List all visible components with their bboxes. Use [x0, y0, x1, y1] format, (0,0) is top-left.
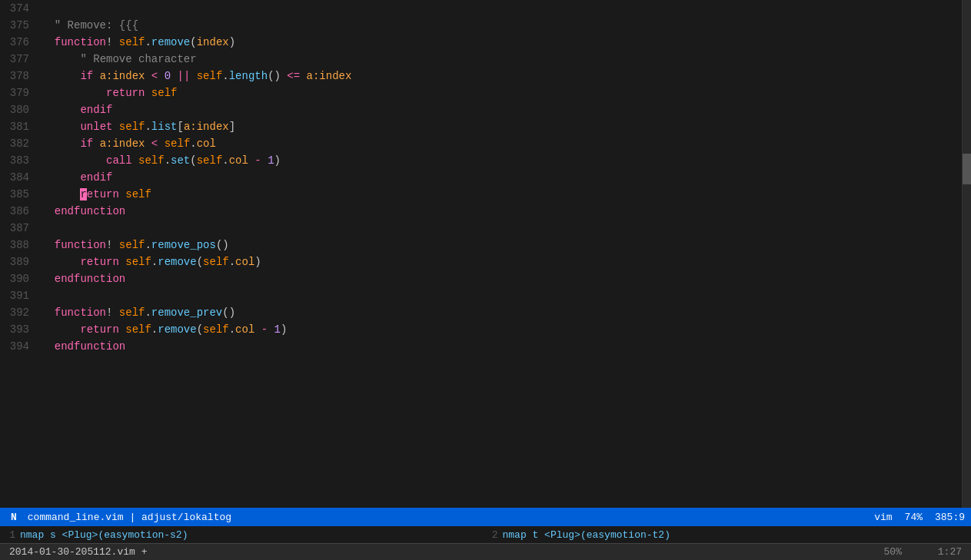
token: 1 [274, 323, 281, 336]
token: return [80, 256, 118, 268]
token: a:index [307, 70, 352, 82]
token [42, 171, 80, 184]
line-content: function! self.remove_prev() [38, 304, 962, 321]
token [42, 36, 55, 48]
cmd-content: nmap s <Plug>(easymotion-s2) [20, 529, 188, 541]
token: col [229, 154, 248, 167]
line-content: " Remove: {{{ [38, 17, 962, 34]
token: . [151, 256, 158, 268]
token: remove [158, 323, 196, 336]
token [42, 138, 80, 150]
scrollbar[interactable] [962, 0, 971, 508]
token: . [190, 138, 196, 150]
command-area: 1nmap s <Plug>(easymotion-s2)2nmap t <Pl… [0, 526, 971, 543]
token: length [229, 70, 268, 82]
token: self [197, 70, 223, 82]
token: a:index [100, 70, 145, 82]
token: list [151, 121, 178, 133]
token [42, 205, 55, 217]
line-content: return self.remove(self.col - 1) [38, 321, 962, 338]
code-line: 383 call self.set(self.col - 1) [0, 152, 962, 169]
line-number: 383 [0, 152, 38, 169]
line-number: 378 [0, 68, 38, 84]
line-number: 389 [0, 253, 38, 270]
token: ( [197, 256, 203, 268]
token: function [55, 36, 106, 48]
code-line: 393 return self.remove(self.col - 1) [0, 321, 962, 338]
line-number: 394 [0, 338, 38, 355]
token: a:index [100, 138, 145, 150]
line-content: endif [38, 101, 962, 118]
token: endif [80, 171, 112, 184]
line-content: return self [38, 186, 962, 203]
token: remove [151, 36, 190, 48]
token: self [119, 307, 145, 319]
token [42, 188, 80, 200]
status-position: 385:9 [935, 512, 965, 523]
token: remove_pos [151, 239, 216, 251]
token: " Remove character [80, 53, 196, 65]
line-content: unlet self.list[a:index] [38, 118, 962, 135]
token: () [222, 307, 235, 319]
token: . [145, 36, 151, 48]
token: r [80, 188, 86, 200]
vim-mode: N [6, 512, 22, 523]
line-content [38, 220, 962, 237]
editor-area: 374375 " Remove: {{{376 function! self.r… [0, 0, 971, 508]
code-line: 378 if a:index < 0 || self.length() <= a… [0, 68, 962, 84]
token [42, 307, 55, 319]
token: remove [158, 256, 196, 268]
cmd-line-num: 2 [486, 529, 503, 541]
scrollbar-thumb[interactable] [963, 154, 971, 184]
cmd-line: 2nmap t <Plug>(easymotion-t2) [486, 529, 969, 541]
token: if [80, 138, 93, 150]
token: ! [106, 36, 119, 48]
cmd-content: nmap t <Plug>(easymotion-t2) [503, 529, 670, 541]
line-content [38, 287, 962, 304]
token [132, 154, 138, 167]
code-lines: 374375 " Remove: {{{376 function! self.r… [0, 0, 962, 355]
status-bar: N command_line.vim | adjust/lokaltog vim… [0, 508, 971, 526]
token: || [171, 70, 197, 82]
token: self [125, 256, 151, 268]
line-number: 392 [0, 304, 38, 321]
code-line: 392 function! self.remove_prev() [0, 304, 962, 321]
token: ) [229, 36, 235, 48]
code-line: 379 return self [0, 84, 962, 101]
token: endif [80, 104, 112, 116]
token: a:index [184, 121, 229, 133]
code-line: 394 endfunction [0, 338, 962, 355]
token: unlet [80, 121, 112, 133]
token [93, 138, 99, 150]
code-line: 380 endif [0, 101, 962, 118]
token: . [145, 307, 151, 319]
cmd-line-num: 1 [3, 529, 20, 541]
token: self [119, 121, 145, 133]
token: < [145, 138, 164, 150]
token: . [222, 154, 228, 167]
line-content: if a:index < 0 || self.length() <= a:ind… [38, 68, 962, 84]
line-number: 382 [0, 135, 38, 152]
cmd-line: 1nmap s <Plug>(easymotion-s2) [3, 529, 486, 541]
line-content: function! self.remove(index) [38, 34, 962, 51]
token: ) [274, 154, 281, 167]
line-content: endfunction [38, 338, 962, 355]
token: ) [254, 256, 261, 268]
token: self [119, 36, 145, 48]
code-area[interactable]: 374375 " Remove: {{{376 function! self.r… [0, 0, 962, 508]
token [119, 323, 125, 336]
token: function [55, 239, 106, 251]
code-line: 376 function! self.remove(index) [0, 34, 962, 51]
token [145, 87, 151, 99]
token: 0 [165, 70, 171, 82]
tab-bar: 2014-01-30-205112.vim + 50% 1:27 [0, 543, 971, 560]
token: call [106, 154, 132, 167]
code-line: 384 endif [0, 169, 962, 186]
token: set [171, 154, 190, 167]
line-content [38, 0, 962, 17]
token: col [235, 323, 254, 336]
line-number: 385 [0, 186, 38, 203]
token [42, 87, 106, 99]
token: self [138, 154, 165, 167]
code-line: 391 [0, 287, 962, 304]
